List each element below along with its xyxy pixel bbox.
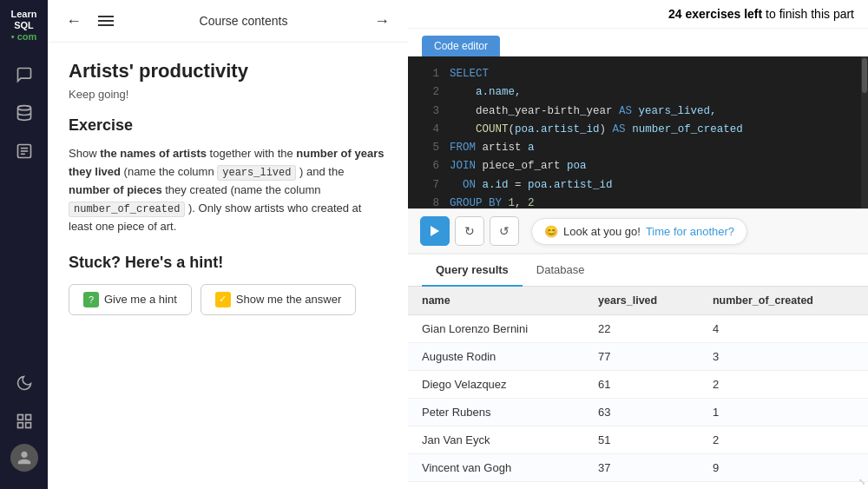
- code-line-5: 5FROM artist a: [422, 139, 854, 157]
- forward-button[interactable]: →: [370, 9, 394, 33]
- table-row: Gian Lorenzo Bernini224: [408, 315, 868, 343]
- cell-number_of_created: 2: [699, 371, 868, 399]
- run-button[interactable]: [420, 216, 450, 246]
- avatar: [10, 444, 38, 472]
- logo-text: Learn SQL • com: [11, 9, 37, 43]
- cell-years_lived: 79: [584, 482, 699, 490]
- editor-toolbar: ↻ ↺ 😊 Look at you go! Time for another?: [408, 208, 868, 253]
- cell-number_of_created: 1: [699, 482, 868, 490]
- cell-years_lived: 61: [584, 371, 699, 399]
- table-row: Diego Velazquez612: [408, 371, 868, 399]
- moon-icon[interactable]: [9, 367, 40, 399]
- cell-name: Gian Lorenzo Bernini: [408, 315, 584, 343]
- table-row: Giambologna791: [408, 482, 868, 490]
- ex-code-2: number_of_created: [69, 202, 185, 217]
- cell-name: Peter Rubens: [408, 399, 584, 426]
- hint-buttons: ? Give me a hint ✓ Show me the answer: [69, 284, 387, 315]
- code-editor-section: Code editor 1SELECT 2 a.name, 3 death_ye…: [408, 29, 868, 254]
- left-panel: ← Course contents → Artists' productivit…: [48, 0, 408, 489]
- svg-rect-8: [25, 423, 30, 428]
- col-number-created: number_of_created: [699, 287, 868, 315]
- cell-number_of_created: 3: [699, 343, 868, 371]
- ex-bold-3: number of pieces: [69, 183, 162, 196]
- code-editor-body[interactable]: 1SELECT 2 a.name, 3 death_year-birth_yea…: [408, 56, 868, 208]
- right-panel: 24 exercises left to finish this part Co…: [408, 0, 868, 489]
- svg-rect-6: [25, 415, 30, 420]
- logo: Learn SQL • com: [11, 9, 37, 43]
- cell-number_of_created: 9: [699, 454, 868, 482]
- cell-years_lived: 77: [584, 343, 699, 371]
- code-line-3: 3 death_year-birth_year AS years_lived,: [422, 102, 854, 121]
- svg-point-0: [17, 105, 30, 109]
- undo-button[interactable]: ↻: [455, 216, 484, 246]
- editor-scrollbar[interactable]: [861, 56, 868, 208]
- feedback-text: Look at you go!: [563, 225, 641, 238]
- cell-name: Jan Van Eyck: [408, 426, 584, 454]
- tab-query-results[interactable]: Query results: [422, 254, 523, 287]
- code-line-7: 7 ON a.id = poa.artist_id: [422, 176, 854, 195]
- cell-name: Auguste Rodin: [408, 343, 584, 371]
- back-button[interactable]: ←: [62, 9, 86, 33]
- svg-marker-9: [431, 226, 439, 236]
- cell-number_of_created: 2: [699, 426, 868, 454]
- ex-text-2: together with the: [207, 147, 296, 160]
- database-icon[interactable]: [9, 97, 40, 129]
- grid-icon[interactable]: [9, 406, 40, 437]
- svg-rect-7: [17, 423, 23, 428]
- cell-years_lived: 51: [584, 426, 699, 454]
- cell-years_lived: 22: [584, 315, 699, 343]
- show-answer-button[interactable]: ✓ Show me the answer: [201, 284, 356, 315]
- exercise-title: Exercise: [69, 116, 387, 135]
- sidebar: Learn SQL • com: [0, 0, 48, 489]
- ex-code-1: years_lived: [217, 165, 296, 181]
- hamburger-menu[interactable]: [95, 12, 117, 30]
- give-hint-button[interactable]: ? Give me a hint: [69, 284, 192, 315]
- col-name: name: [408, 287, 584, 315]
- exercises-count: 24 exercises left: [668, 7, 762, 21]
- cell-years_lived: 37: [584, 454, 699, 482]
- code-line-8: 8GROUP BY 1, 2: [422, 195, 854, 208]
- ex-text-1: Show: [69, 147, 100, 160]
- results-table: name years_lived number_of_created Gian …: [408, 287, 868, 489]
- code-line-4: 4 COUNT(poa.artist_id) AS number_of_crea…: [422, 121, 854, 139]
- nav-bar: ← Course contents →: [48, 0, 408, 43]
- chat-icon[interactable]: [9, 59, 40, 90]
- cell-number_of_created: 1: [699, 399, 868, 426]
- cell-number_of_created: 4: [699, 315, 868, 343]
- sidebar-bottom: [9, 367, 40, 480]
- feedback-link[interactable]: Time for another?: [646, 225, 734, 238]
- document-icon[interactable]: [9, 135, 40, 167]
- ex-text-5: they created (name the column: [162, 183, 321, 196]
- resize-handle[interactable]: ⤡: [858, 477, 865, 486]
- ex-text-4: ) and the: [296, 165, 344, 178]
- exercises-left: 24 exercises left to finish this part: [668, 7, 854, 21]
- logo-line3: • com: [11, 31, 37, 42]
- results-table-wrapper: name years_lived number_of_created Gian …: [408, 287, 868, 489]
- page-title: Artists' productivity: [69, 60, 387, 83]
- answer-icon: ✓: [215, 292, 231, 307]
- svg-rect-5: [17, 415, 23, 420]
- hint-title: Stuck? Here's a hint!: [69, 254, 387, 272]
- code-line-2: 2 a.name,: [422, 83, 854, 102]
- cell-name: Vincent van Gogh: [408, 454, 584, 482]
- top-bar: 24 exercises left to finish this part: [408, 0, 868, 29]
- logo-line1: Learn: [11, 9, 37, 19]
- code-line-1: 1SELECT: [422, 65, 854, 83]
- feedback-bubble: 😊 Look at you go! Time for another?: [531, 218, 747, 245]
- hint-icon: ?: [83, 292, 99, 307]
- code-editor-tab[interactable]: Code editor: [422, 36, 500, 56]
- ex-bold-1: the names of artists: [100, 147, 207, 160]
- exercises-suffix: to finish this part: [762, 7, 854, 21]
- table-row: Jan Van Eyck512: [408, 426, 868, 454]
- table-row: Auguste Rodin773: [408, 343, 868, 371]
- tab-database[interactable]: Database: [523, 254, 599, 287]
- subtitle: Keep going!: [69, 88, 387, 101]
- col-years-lived: years_lived: [584, 287, 699, 315]
- content-area: Artists' productivity Keep going! Exerci…: [48, 43, 408, 489]
- redo-button[interactable]: ↺: [490, 216, 519, 246]
- cell-years_lived: 63: [584, 399, 699, 426]
- feedback-emoji: 😊: [544, 225, 558, 238]
- ex-text-3: (name the column: [121, 165, 217, 178]
- results-section: Query results Database name years_lived …: [408, 254, 868, 489]
- code-line-6: 6JOIN piece_of_art poa: [422, 157, 854, 175]
